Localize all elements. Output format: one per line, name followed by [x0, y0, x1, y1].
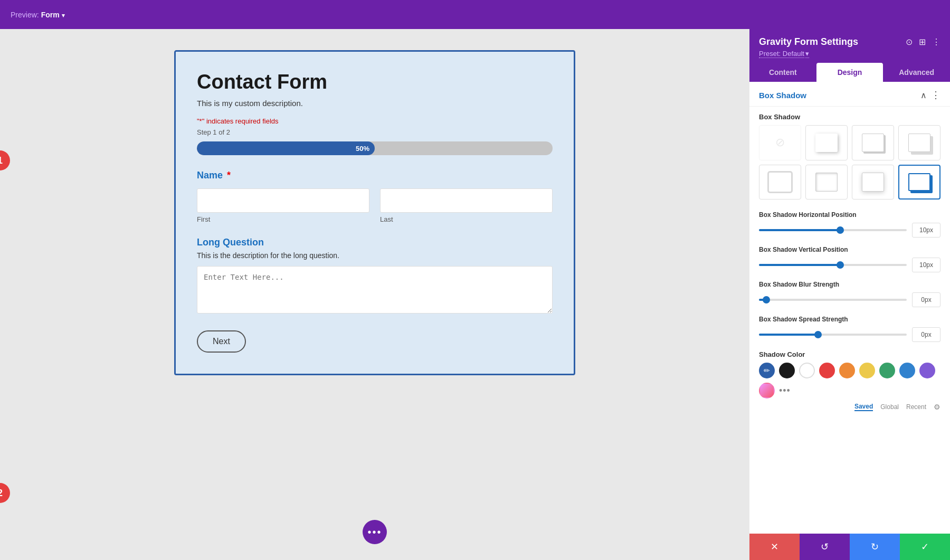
- panel-title: Gravity Form Settings: [759, 36, 858, 48]
- long-question-label: Long Question: [197, 237, 553, 248]
- panel-body: Box Shadow ∧ ⋮ Box Shadow ⊘: [749, 82, 950, 534]
- spread-slider-fill: [759, 334, 818, 336]
- color-pen-swatch[interactable]: ✏: [759, 363, 775, 378]
- color-gear-icon[interactable]: ⚙: [934, 403, 940, 411]
- blur-label: Box Shadow Blur Strength: [759, 281, 940, 288]
- last-sublabel: Last: [380, 215, 553, 223]
- vertical-slider-track[interactable]: [759, 264, 907, 266]
- shadow-preset-none[interactable]: ⊘: [759, 125, 801, 160]
- save-button[interactable]: ✓: [900, 534, 950, 560]
- preview-label: Preview:: [11, 11, 39, 19]
- progress-bar: 50%: [197, 141, 553, 155]
- long-question-textarea[interactable]: [197, 266, 553, 314]
- color-swatches-row: ✏ •••: [749, 363, 950, 403]
- tab-design[interactable]: Design: [816, 63, 884, 82]
- canvas-area: 1 Contact Form This is my custom descrip…: [0, 29, 749, 560]
- panel-icon-more[interactable]: ⋮: [932, 37, 940, 47]
- color-swatch-purple[interactable]: [919, 363, 935, 378]
- dots-fab[interactable]: •••: [363, 520, 387, 544]
- shadow-presets-grid: ⊘: [749, 125, 950, 206]
- color-swatch-yellow[interactable]: [859, 363, 875, 378]
- first-sublabel: First: [197, 215, 369, 223]
- color-tab-global[interactable]: Global: [880, 403, 899, 411]
- panel-tabs: Content Design Advanced: [749, 63, 950, 82]
- vertical-label: Box Shadow Vertical Position: [759, 246, 940, 253]
- panel-icon-target[interactable]: ⊙: [906, 37, 913, 47]
- form-card: Contact Form This is my custom descripti…: [174, 50, 575, 375]
- tab-content[interactable]: Content: [749, 63, 816, 82]
- color-swatch-orange[interactable]: [839, 363, 855, 378]
- shadow-color-label: Shadow Color: [749, 345, 950, 363]
- shadow-preset-3[interactable]: [898, 125, 940, 160]
- long-question-section: Long Question This is the description fo…: [197, 237, 553, 316]
- top-bar: Preview: Form▾: [0, 0, 950, 29]
- more-colors-dots[interactable]: •••: [779, 385, 791, 396]
- panel-icon-layout[interactable]: ⊞: [919, 37, 926, 47]
- cancel-button[interactable]: ✕: [749, 534, 800, 560]
- badge-2: 2: [0, 483, 10, 503]
- panel-title-icons: ⊙ ⊞ ⋮: [906, 37, 940, 47]
- panel-title-row: Gravity Form Settings ⊙ ⊞ ⋮: [759, 36, 940, 48]
- color-tabs-row: Saved Global Recent ⚙: [749, 403, 950, 415]
- action-bar: ✕ ↺ ↻ ✓: [749, 534, 950, 560]
- blur-row: Box Shadow Blur Strength 0px: [749, 276, 950, 310]
- tab-advanced[interactable]: Advanced: [883, 63, 950, 82]
- form-description: This is my custom description.: [197, 99, 553, 108]
- undo-button[interactable]: ↺: [800, 534, 850, 560]
- vertical-slider-fill: [759, 264, 840, 266]
- horizontal-slider-fill: [759, 229, 840, 231]
- shadow-preset-4[interactable]: [759, 165, 801, 200]
- shadow-preset-5[interactable]: [805, 165, 848, 200]
- spread-label: Box Shadow Spread Strength: [759, 316, 940, 323]
- step-indicator: Step 1 of 2: [197, 128, 553, 136]
- form-title: Contact Form: [197, 71, 553, 93]
- spread-slider-thumb[interactable]: [814, 331, 822, 338]
- next-button[interactable]: Next: [197, 330, 246, 353]
- collapse-icon[interactable]: ∧: [920, 90, 927, 100]
- name-field-label: Name *: [197, 170, 553, 181]
- name-fields: First Last: [197, 188, 553, 223]
- horizontal-position-row: Box Shadow Horizontal Position 10px: [749, 206, 950, 241]
- color-swatch-green[interactable]: [879, 363, 895, 378]
- form-selector[interactable]: Form▾: [41, 11, 65, 19]
- first-name-field: First: [197, 188, 369, 223]
- panel-header: Gravity Form Settings ⊙ ⊞ ⋮ Preset: Defa…: [749, 29, 950, 63]
- first-name-input[interactable]: [197, 188, 369, 213]
- last-name-field: Last: [380, 188, 553, 223]
- spread-slider-track[interactable]: [759, 334, 907, 336]
- vertical-value[interactable]: 10px: [912, 258, 940, 272]
- horizontal-value[interactable]: 10px: [912, 223, 940, 238]
- color-swatch-blue[interactable]: [899, 363, 915, 378]
- shadow-label: Box Shadow: [749, 107, 950, 125]
- horizontal-label: Box Shadow Horizontal Position: [759, 211, 940, 219]
- color-swatch-black[interactable]: [779, 363, 795, 378]
- box-shadow-title: Box Shadow: [759, 91, 806, 100]
- horizontal-slider-track[interactable]: [759, 229, 907, 231]
- spread-row: Box Shadow Spread Strength 0px: [749, 310, 950, 345]
- shadow-preset-7[interactable]: [898, 165, 940, 200]
- section-header-icons: ∧ ⋮: [920, 89, 940, 101]
- color-tab-recent[interactable]: Recent: [906, 403, 926, 411]
- settings-panel: Gravity Form Settings ⊙ ⊞ ⋮ Preset: Defa…: [749, 29, 950, 560]
- shadow-preset-6[interactable]: [852, 165, 894, 200]
- long-question-desc: This is the description for the long que…: [197, 251, 553, 260]
- blur-value[interactable]: 0px: [912, 292, 940, 307]
- horizontal-slider-thumb[interactable]: [837, 226, 844, 234]
- color-swatch-white[interactable]: [799, 363, 815, 378]
- shadow-preset-1[interactable]: [805, 125, 848, 160]
- box-shadow-section-header: Box Shadow ∧ ⋮: [749, 82, 950, 107]
- section-more-icon[interactable]: ⋮: [931, 89, 940, 101]
- color-tab-saved[interactable]: Saved: [854, 403, 873, 411]
- vertical-position-row: Box Shadow Vertical Position 10px: [749, 241, 950, 276]
- badge-1: 1: [0, 150, 10, 170]
- spread-value[interactable]: 0px: [912, 327, 940, 342]
- shadow-preset-2[interactable]: [852, 125, 894, 160]
- color-swatch-gradient[interactable]: [759, 383, 775, 398]
- last-name-input[interactable]: [380, 188, 553, 213]
- color-swatch-red[interactable]: [819, 363, 835, 378]
- vertical-slider-thumb[interactable]: [837, 261, 844, 269]
- progress-bar-fill: 50%: [197, 141, 375, 155]
- blur-slider-thumb[interactable]: [763, 296, 770, 303]
- redo-button[interactable]: ↻: [850, 534, 900, 560]
- blur-slider-track[interactable]: [759, 299, 907, 301]
